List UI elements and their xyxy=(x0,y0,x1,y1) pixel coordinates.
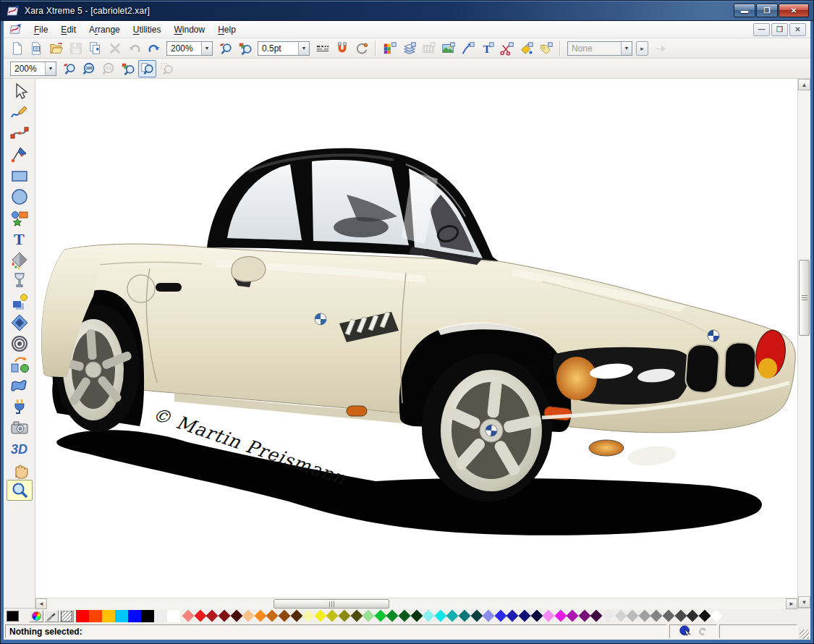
palette-diamond-swatch[interactable] xyxy=(350,610,363,622)
palette-diamond-swatch[interactable] xyxy=(410,610,423,622)
palette-diamond-swatch[interactable] xyxy=(614,610,627,622)
palette-diamond-swatch[interactable] xyxy=(279,610,291,622)
tool-extrude-3d[interactable]: 3D xyxy=(7,438,33,459)
tool-ellipse[interactable] xyxy=(7,186,33,207)
palette-swatch[interactable] xyxy=(115,610,128,622)
line-style-button[interactable] xyxy=(313,40,331,57)
name-gallery-button[interactable] xyxy=(537,40,555,57)
titlebar[interactable]: Xara Xtreme 5 - [cabriolet2.xar] ▬ ❐ ✕ xyxy=(1,1,813,21)
menu-arrange[interactable]: Arrange xyxy=(82,22,127,37)
car-shadow[interactable] xyxy=(56,430,762,535)
menu-utilities[interactable]: Utilities xyxy=(127,22,168,37)
palette-diamond-swatch[interactable] xyxy=(506,610,519,622)
tool-contour[interactable] xyxy=(7,333,33,354)
previous-zoom-button[interactable] xyxy=(216,40,234,57)
open-button[interactable] xyxy=(47,40,65,57)
scroll-up-button[interactable]: ▲ xyxy=(798,79,810,90)
tool-shadow[interactable] xyxy=(7,291,33,312)
palette-diamond-swatch[interactable] xyxy=(434,610,446,622)
palette-diamond-swatch[interactable] xyxy=(326,610,339,622)
tool-shape-editor[interactable] xyxy=(7,123,33,144)
palette-diamond-swatch[interactable] xyxy=(687,610,699,622)
chevron-down-icon[interactable]: ▼ xyxy=(45,62,56,75)
tool-mould[interactable] xyxy=(7,375,33,396)
chevron-down-icon[interactable]: ▼ xyxy=(201,42,212,55)
palette-diamond-swatch[interactable] xyxy=(698,610,711,622)
zoom-level-combo-2[interactable]: 200%▼ xyxy=(10,62,56,76)
close-button[interactable]: ✕ xyxy=(779,4,809,17)
tool-bevel[interactable] xyxy=(7,312,33,333)
palette-diamond-swatch[interactable] xyxy=(483,610,495,622)
palette-diamond-swatch[interactable] xyxy=(578,610,590,622)
palette-diamond-swatch[interactable] xyxy=(567,610,579,622)
palette-diamond-swatch[interactable] xyxy=(266,610,279,622)
palette-diamond-swatch[interactable] xyxy=(363,610,375,622)
line-gallery-button[interactable] xyxy=(459,40,477,57)
tool-fill[interactable] xyxy=(7,249,33,270)
no-color-button[interactable] xyxy=(59,610,74,622)
scroll-down-button[interactable]: ▼ xyxy=(798,596,810,608)
tool-transparency[interactable] xyxy=(7,270,33,291)
zoom-to-drawing-button[interactable] xyxy=(236,40,254,57)
palette-diamond-swatch[interactable] xyxy=(254,610,266,622)
tool-photo[interactable] xyxy=(7,417,33,438)
tool-live-effects[interactable] xyxy=(7,396,33,417)
palette-diamond-swatch[interactable] xyxy=(242,610,255,622)
menu-edit[interactable]: Edit xyxy=(54,22,82,37)
palette-diamond-swatch[interactable] xyxy=(650,610,663,622)
layer-gallery-button[interactable] xyxy=(400,40,418,57)
color-editor-button[interactable] xyxy=(29,610,43,622)
resize-grip[interactable] xyxy=(800,630,809,639)
palette-swatch[interactable] xyxy=(154,610,167,622)
bitmap-gallery-button[interactable] xyxy=(439,40,457,57)
clipart-gallery-button[interactable] xyxy=(498,40,516,57)
palette-diamond-swatch[interactable] xyxy=(458,610,470,622)
palette-diamond-swatch[interactable] xyxy=(627,610,639,622)
drawing-canvas[interactable]: © Martin Preismann xyxy=(35,79,797,598)
style-combo[interactable]: None▼ xyxy=(567,41,632,56)
minimize-button[interactable]: ▬ xyxy=(734,4,755,17)
tool-text[interactable]: T xyxy=(7,228,33,249)
tool-zoom[interactable] xyxy=(7,480,33,501)
zoom-to-drawing-button-2[interactable] xyxy=(119,60,137,77)
palette-diamond-swatch[interactable] xyxy=(543,610,555,622)
tool-selector[interactable] xyxy=(7,81,33,102)
chevron-down-icon[interactable]: ▼ xyxy=(621,42,632,55)
style-combo-more-button[interactable]: ▸ xyxy=(636,41,648,56)
zoom-100-button[interactable]: 100 xyxy=(80,60,98,77)
redo-button[interactable] xyxy=(145,40,163,57)
palette-diamond-swatch[interactable] xyxy=(194,610,206,622)
palette-diamond-swatch[interactable] xyxy=(446,610,459,622)
duplicate-button[interactable] xyxy=(86,40,104,57)
vertical-scrollbar[interactable]: ▲ ▼ xyxy=(797,79,810,608)
palette-diamond-swatch[interactable] xyxy=(314,610,326,622)
palette-diamond-swatch[interactable] xyxy=(374,610,386,622)
palette-diamond-swatch[interactable] xyxy=(663,610,675,622)
palette-swatch[interactable] xyxy=(102,610,115,622)
palette-diamond-swatch[interactable] xyxy=(230,610,242,622)
mdi-restore-button[interactable]: ❐ xyxy=(771,23,788,36)
menu-file[interactable]: File xyxy=(27,22,54,37)
palette-diamond-swatch[interactable] xyxy=(339,610,351,622)
tool-blend[interactable] xyxy=(7,354,33,375)
palette-swatch[interactable] xyxy=(89,610,102,622)
scroll-right-button[interactable]: ► xyxy=(786,598,797,609)
palette-swatch[interactable] xyxy=(141,610,154,622)
palette-diamond-swatch[interactable] xyxy=(603,610,615,622)
new-animation-button[interactable] xyxy=(27,40,46,57)
color-gallery-button[interactable] xyxy=(381,40,399,57)
palette-diamond-swatch[interactable] xyxy=(182,610,195,622)
font-gallery-button[interactable]: T xyxy=(478,40,496,57)
tool-push[interactable] xyxy=(7,459,33,480)
scroll-left-button[interactable]: ◄ xyxy=(35,598,47,609)
mdi-minimize-button[interactable]: — xyxy=(753,23,770,36)
horizontal-scroll-thumb[interactable] xyxy=(274,599,389,609)
palette-diamond-swatch[interactable] xyxy=(398,610,410,622)
palette-diamond-swatch[interactable] xyxy=(530,610,543,622)
palette-swatch[interactable] xyxy=(128,610,141,622)
zoom-level-combo[interactable]: 200%▼ xyxy=(166,41,213,56)
palette-diamond-swatch[interactable] xyxy=(290,610,302,622)
tool-freehand[interactable] xyxy=(7,102,33,123)
snap-to-objects-button[interactable] xyxy=(352,40,370,57)
new-drawing-button[interactable] xyxy=(8,40,26,57)
